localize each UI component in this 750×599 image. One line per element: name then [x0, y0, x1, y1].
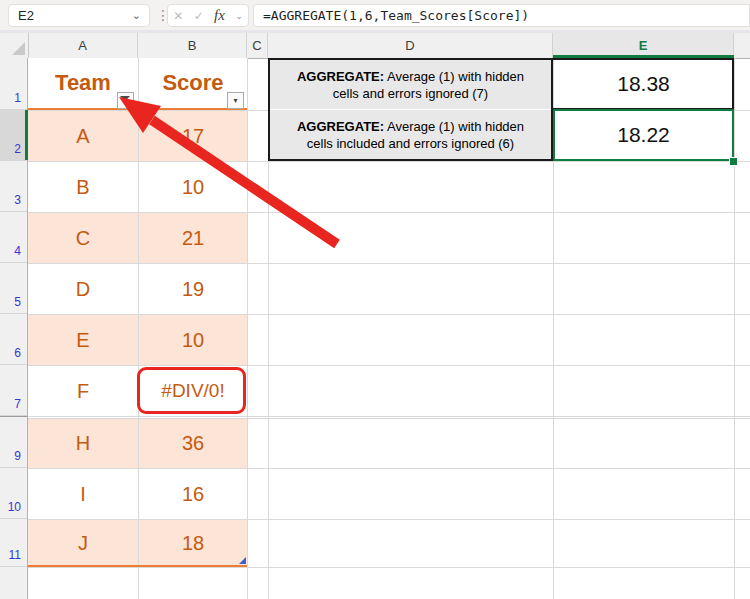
- filter-applied-icon: [120, 95, 131, 106]
- column-header-c[interactable]: C: [247, 33, 268, 58]
- row-header-1[interactable]: 1: [0, 58, 27, 110]
- table-header-border: [28, 108, 247, 110]
- row-header-11[interactable]: 11: [0, 519, 27, 567]
- cell-b4-score[interactable]: 21: [139, 213, 247, 263]
- enter-icon[interactable]: ✓: [194, 9, 204, 23]
- active-cell-selection[interactable]: [553, 109, 734, 161]
- table-resize-handle[interactable]: [239, 557, 246, 564]
- row-header-6[interactable]: 6: [0, 314, 27, 365]
- insert-function-icon[interactable]: fx: [214, 7, 225, 24]
- chevron-down-icon: ▾: [233, 97, 237, 105]
- cell-a9-team[interactable]: H: [28, 419, 138, 468]
- cell-e1-result[interactable]: 18.38: [555, 60, 732, 108]
- score-filter-button[interactable]: ▾: [227, 92, 244, 109]
- cell-a6-team[interactable]: E: [28, 315, 138, 365]
- cell-a11-team[interactable]: J: [28, 520, 138, 567]
- column-header-b[interactable]: B: [138, 33, 247, 58]
- cell-a5-team[interactable]: D: [28, 264, 138, 314]
- formula-actions-group: ✕ ✓ fx ⌄: [167, 4, 249, 27]
- row-header-column: 1 2 3 4 5 6 7 9 10 11: [0, 58, 28, 599]
- chevron-down-icon[interactable]: ⌄: [235, 11, 243, 21]
- row-header-10[interactable]: 10: [0, 468, 27, 519]
- row-header-7[interactable]: 7: [0, 365, 27, 416]
- column-header-row: A B C D E: [0, 33, 750, 59]
- chevron-down-icon[interactable]: ⌄: [132, 9, 149, 22]
- column-header-d[interactable]: D: [268, 33, 553, 58]
- row-header-9[interactable]: 9: [0, 418, 27, 468]
- error-highlight-box: [137, 367, 246, 414]
- gridline: [734, 58, 735, 599]
- row-header-3[interactable]: 3: [0, 161, 27, 212]
- cell-b10-score[interactable]: 16: [139, 469, 247, 519]
- cell-a2-team[interactable]: A: [28, 111, 138, 161]
- column-header-a[interactable]: A: [28, 33, 138, 58]
- cell-b11-score[interactable]: 18: [139, 520, 247, 567]
- note-text: AGGREGATE: Average (1) with hidden cells…: [286, 118, 535, 152]
- formula-text: =AGGREGATE(1,6,Team_Scores[Score]): [254, 8, 529, 23]
- excel-window: E2 ⌄ ⋮ ✕ ✓ fx ⌄ =AGGREGATE(1,6,Team_Scor…: [0, 0, 750, 599]
- gridline: [28, 567, 750, 568]
- row-header-5[interactable]: 5: [0, 263, 27, 314]
- cell-b5-score[interactable]: 19: [139, 264, 247, 314]
- select-all-corner[interactable]: [0, 33, 29, 58]
- cell-d1-note[interactable]: AGGREGATE: Average (1) with hidden cells…: [270, 60, 551, 109]
- cell-a10-team[interactable]: I: [28, 469, 138, 519]
- cell-a4-team[interactable]: C: [28, 213, 138, 263]
- table-bottom-border: [28, 565, 247, 567]
- row-header-2[interactable]: 2: [0, 110, 27, 161]
- cancel-icon[interactable]: ✕: [173, 9, 183, 23]
- cell-d2-note[interactable]: AGGREGATE: Average (1) with hidden cells…: [270, 110, 551, 159]
- name-box[interactable]: E2 ⌄: [8, 4, 150, 27]
- cell-a3-team[interactable]: B: [28, 162, 138, 212]
- formula-bar-row: E2 ⌄ ⋮ ✕ ✓ fx ⌄ =AGGREGATE(1,6,Team_Scor…: [0, 0, 750, 30]
- cell-b3-score[interactable]: 10: [139, 162, 247, 212]
- note-text: AGGREGATE: Average (1) with hidden cells…: [286, 68, 535, 102]
- gridline: [247, 58, 248, 599]
- note-block-border: [268, 159, 553, 161]
- row-header-4[interactable]: 4: [0, 212, 27, 263]
- hidden-row-indicator[interactable]: [0, 416, 27, 417]
- note-block-border: [732, 58, 734, 110]
- cell-b9-score[interactable]: 36: [139, 419, 247, 468]
- formula-input[interactable]: =AGGREGATE(1,6,Team_Scores[Score]): [253, 4, 750, 27]
- gridline: [28, 416, 750, 417]
- team-filter-button[interactable]: [117, 92, 134, 109]
- name-box-value: E2: [9, 8, 132, 23]
- cell-b2-score[interactable]: 17: [139, 111, 247, 161]
- cell-b6-score[interactable]: 10: [139, 315, 247, 365]
- fill-handle[interactable]: [729, 157, 738, 166]
- cell-a7-team[interactable]: F: [28, 366, 138, 416]
